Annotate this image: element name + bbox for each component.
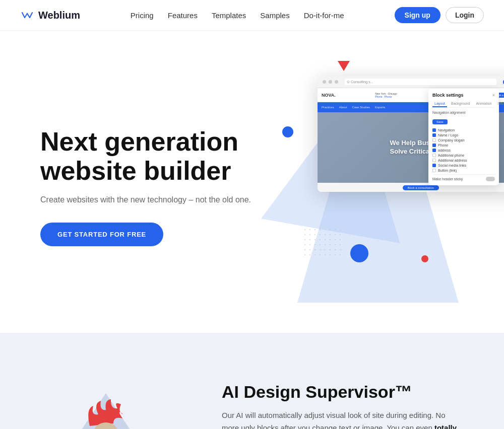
settings-option-label-social-media: Social media links xyxy=(438,164,466,167)
settings-checkbox-social-media[interactable] xyxy=(432,164,436,167)
settings-panel-header: Block settings × xyxy=(432,93,495,98)
hero-title: Next generation website builder xyxy=(40,127,262,185)
browser-dot-3 xyxy=(335,80,338,84)
settings-save-btn[interactable]: Save xyxy=(432,119,448,124)
logo[interactable]: Weblium xyxy=(20,10,80,21)
browser-dot-2 xyxy=(329,80,332,84)
settings-toggle-label: Make header sticky xyxy=(432,177,463,181)
browser-nav-experts: Experts xyxy=(375,106,385,109)
settings-panel-title: Block settings xyxy=(432,93,464,98)
section2-content: AI Design Supervisor™ Our AI will automa… xyxy=(222,382,484,429)
settings-option-label-button-link: Button (link) xyxy=(438,169,457,172)
settings-option-address: address xyxy=(432,149,495,152)
dots-pattern-left xyxy=(302,227,343,257)
settings-option-label-name-logo: Name / Logo xyxy=(438,133,458,137)
red-triangle-icon xyxy=(338,61,350,71)
settings-option-social-media: Social media links xyxy=(432,164,495,167)
section2-desc-plain: Our AI will automatically adjust visual … xyxy=(222,411,446,429)
browser-nav-practices: Practices xyxy=(322,106,334,109)
nav-item-doitforme[interactable]: Do-it-for-me xyxy=(304,11,344,20)
settings-option-label-additional-address: Additional address xyxy=(438,159,467,162)
browser-url-bar[interactable]: ⊙ Consulting s... xyxy=(345,79,496,85)
browser-company-logo: NOVA. xyxy=(322,93,336,98)
character-illustration xyxy=(63,378,149,429)
browser-bar: ⊙ Consulting s... Creative xyxy=(318,76,504,88)
settings-option-label-navigation: Navigation xyxy=(438,128,455,132)
settings-option-company-slogan: Company slogan xyxy=(432,138,495,142)
settings-checkbox-name-logo[interactable] xyxy=(432,133,436,137)
settings-option-phone: Phone xyxy=(432,144,495,147)
signup-button[interactable]: Sign up xyxy=(395,7,440,23)
settings-checkbox-navigation[interactable] xyxy=(432,128,436,132)
settings-option-additional-address: Additional address xyxy=(432,159,495,162)
hero-left: Next generation website builder Create w… xyxy=(40,127,262,246)
nav-item-features[interactable]: Features xyxy=(168,11,198,20)
settings-checkbox-phone[interactable] xyxy=(432,144,436,147)
settings-close-icon[interactable]: × xyxy=(492,93,495,98)
hero-visual: ⊙ Consulting s... Creative NOVA. New Yor… xyxy=(272,61,484,313)
settings-option-label-additional-phone: Additional phone xyxy=(438,154,464,157)
red-dot-bottom-icon xyxy=(421,255,428,262)
settings-divider xyxy=(432,174,495,175)
settings-checkbox-button-link[interactable] xyxy=(432,169,436,172)
logo-icon xyxy=(20,10,34,20)
section2-illustration xyxy=(20,363,192,429)
section2-title: AI Design Supervisor™ xyxy=(222,382,484,402)
settings-checkbox-additional-phone[interactable] xyxy=(432,154,436,157)
settings-sticky-toggle[interactable] xyxy=(486,177,495,181)
ai-design-section: AI Design Supervisor™ Our AI will automa… xyxy=(0,333,504,429)
blue-circle-small-icon xyxy=(282,126,293,137)
settings-tab-animation[interactable]: Animation xyxy=(474,101,493,107)
site-header: Weblium Pricing Features Templates Sampl… xyxy=(0,0,504,31)
cta-button[interactable]: GET STARTED FOR FREE xyxy=(40,223,163,246)
settings-checkbox-additional-address[interactable] xyxy=(432,159,436,162)
hero-section: Next generation website builder Create w… xyxy=(0,31,504,333)
nav-item-templates[interactable]: Templates xyxy=(212,11,246,20)
settings-checkbox-address[interactable] xyxy=(432,149,436,152)
settings-option-label-company-slogan: Company slogan xyxy=(438,138,465,142)
settings-option-additional-phone: Additional phone xyxy=(432,154,495,157)
settings-option-label-phone: Phone xyxy=(438,144,448,147)
settings-toggle-row: Make header sticky xyxy=(432,177,495,181)
hero-subtitle: Create websites with the new technology … xyxy=(40,195,262,204)
character-svg xyxy=(63,378,149,429)
browser-book-btn[interactable]: Book a consultation xyxy=(403,185,439,190)
nav-item-samples[interactable]: Samples xyxy=(260,11,289,20)
settings-option-button-link: Button (link) xyxy=(432,169,495,172)
settings-section-label: Navigation alignment xyxy=(432,111,495,114)
login-button[interactable]: Login xyxy=(446,7,484,23)
main-nav: Pricing Features Templates Samples Do-it… xyxy=(131,11,344,20)
settings-option-label-address: address xyxy=(438,149,451,152)
blue-circle-bottom-icon xyxy=(350,244,368,262)
nav-item-pricing[interactable]: Pricing xyxy=(131,11,154,20)
settings-panel: Block settings × Layout Background Anima… xyxy=(428,89,499,185)
header-buttons: Sign up Login xyxy=(395,7,484,23)
settings-tab-background[interactable]: Background xyxy=(449,101,472,107)
settings-tab-layout[interactable]: Layout xyxy=(432,101,447,107)
settings-option-navigation: Navigation xyxy=(432,128,495,132)
settings-tab-info[interactable]: Info xyxy=(496,101,504,107)
browser-dot-1 xyxy=(323,80,326,84)
section2-description: Our AI will automatically adjust visual … xyxy=(222,409,464,429)
settings-tabs: Layout Background Animation Info xyxy=(432,101,495,108)
logo-text: Weblium xyxy=(38,10,80,21)
settings-checkbox-company-slogan[interactable] xyxy=(432,138,436,142)
settings-option-name-logo: Name / Logo xyxy=(432,133,495,137)
browser-url-text: ⊙ Consulting s... xyxy=(347,80,373,84)
browser-nav-casestudies: Case Studies xyxy=(352,106,370,109)
browser-nav-about: About xyxy=(339,106,347,109)
browser-contact-info: New York · Chicago Phone · Phone xyxy=(375,92,397,98)
